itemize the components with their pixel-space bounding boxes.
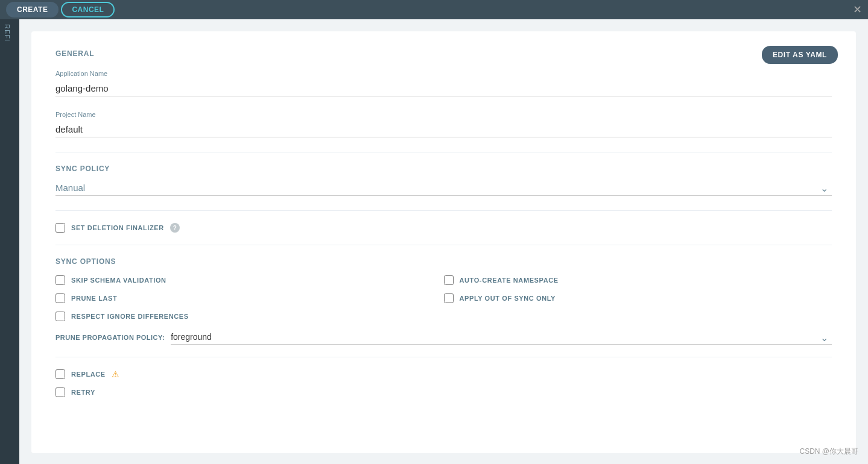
- set-deletion-finalizer-label: SET DELETION FINALIZER: [71, 224, 164, 231]
- set-deletion-finalizer-checkbox[interactable]: [55, 223, 65, 233]
- apply-out-of-sync-label: APPLY OUT OF SYNC ONLY: [460, 295, 556, 302]
- set-deletion-finalizer-row: SET DELETION FINALIZER ?: [55, 223, 832, 233]
- prune-propagation-label: PRUNE PROPAGATION POLICY:: [55, 334, 165, 341]
- main-content: GENERAL EDIT AS YAML Application Name Pr…: [19, 19, 868, 464]
- sync-options-title: SYNC OPTIONS: [55, 257, 832, 266]
- sync-policy-group: SYNC POLICY Manual Automatic ⌄: [55, 165, 832, 196]
- top-bar: CREATE CANCEL ✕: [0, 0, 868, 19]
- sidebar: REFI: [0, 19, 19, 464]
- divider-2: [55, 210, 832, 211]
- sync-policy-title: SYNC POLICY: [55, 165, 832, 173]
- replace-label: REPLACE: [71, 371, 106, 378]
- form-card: GENERAL EDIT AS YAML Application Name Pr…: [31, 31, 856, 453]
- sync-options-grid: SKIP SCHEMA VALIDATION PRUNE LAST RESPEC…: [55, 275, 832, 330]
- auto-create-namespace-label: AUTO-CREATE NAMESPACE: [460, 277, 559, 284]
- project-name-input[interactable]: [55, 122, 832, 137]
- prune-propagation-select[interactable]: foreground background orphan: [171, 330, 832, 345]
- prune-last-checkbox[interactable]: [55, 293, 65, 303]
- respect-ignore-differences-checkbox[interactable]: [55, 312, 65, 321]
- auto-create-namespace-checkbox[interactable]: [444, 275, 454, 285]
- apply-out-of-sync-row: APPLY OUT OF SYNC ONLY: [444, 293, 832, 303]
- auto-create-namespace-row: AUTO-CREATE NAMESPACE: [444, 275, 832, 285]
- replace-warning-icon: ⚠: [112, 369, 119, 379]
- retry-row: RETRY: [55, 387, 832, 397]
- create-button[interactable]: CREATE: [6, 2, 59, 17]
- prune-propagation-select-wrapper: foreground background orphan ⌄: [171, 330, 832, 345]
- project-name-label: Project Name: [55, 111, 832, 118]
- application-name-input[interactable]: [55, 81, 832, 96]
- application-name-label: Application Name: [55, 70, 832, 77]
- retry-checkbox[interactable]: [55, 387, 65, 397]
- edit-yaml-button[interactable]: EDIT AS YAML: [762, 46, 838, 64]
- replace-checkbox[interactable]: [55, 369, 65, 379]
- skip-schema-validation-checkbox[interactable]: [55, 275, 65, 285]
- sync-policy-select-wrapper: Manual Automatic ⌄: [55, 180, 832, 196]
- close-icon[interactable]: ✕: [853, 4, 862, 15]
- watermark: CSDN @你大晨哥: [799, 447, 858, 457]
- sync-options-left: SKIP SCHEMA VALIDATION PRUNE LAST RESPEC…: [55, 275, 444, 330]
- project-name-group: Project Name: [55, 111, 832, 137]
- sync-policy-select[interactable]: Manual Automatic: [55, 180, 832, 196]
- skip-schema-validation-row: SKIP SCHEMA VALIDATION: [55, 275, 444, 285]
- cancel-button[interactable]: CANCEL: [61, 2, 115, 17]
- apply-out-of-sync-checkbox[interactable]: [444, 293, 454, 303]
- sidebar-text: REFI: [0, 19, 14, 46]
- prune-propagation-row: PRUNE PROPAGATION POLICY: foreground bac…: [55, 330, 832, 345]
- retry-label: RETRY: [71, 389, 95, 396]
- sync-options-right: AUTO-CREATE NAMESPACE APPLY OUT OF SYNC …: [444, 275, 832, 330]
- deletion-finalizer-help-icon[interactable]: ?: [170, 223, 180, 233]
- divider-1: [55, 152, 832, 152]
- prune-last-row: PRUNE LAST: [55, 293, 444, 303]
- general-section-title: GENERAL: [55, 49, 832, 58]
- prune-last-label: PRUNE LAST: [71, 295, 117, 302]
- divider-4: [55, 357, 832, 357]
- respect-ignore-differences-row: RESPECT IGNORE DIFFERENCES: [55, 312, 444, 321]
- divider-3: [55, 245, 832, 245]
- application-name-group: Application Name: [55, 70, 832, 96]
- skip-schema-validation-label: SKIP SCHEMA VALIDATION: [71, 277, 166, 284]
- replace-row: REPLACE ⚠: [55, 369, 832, 379]
- respect-ignore-differences-label: RESPECT IGNORE DIFFERENCES: [71, 313, 189, 320]
